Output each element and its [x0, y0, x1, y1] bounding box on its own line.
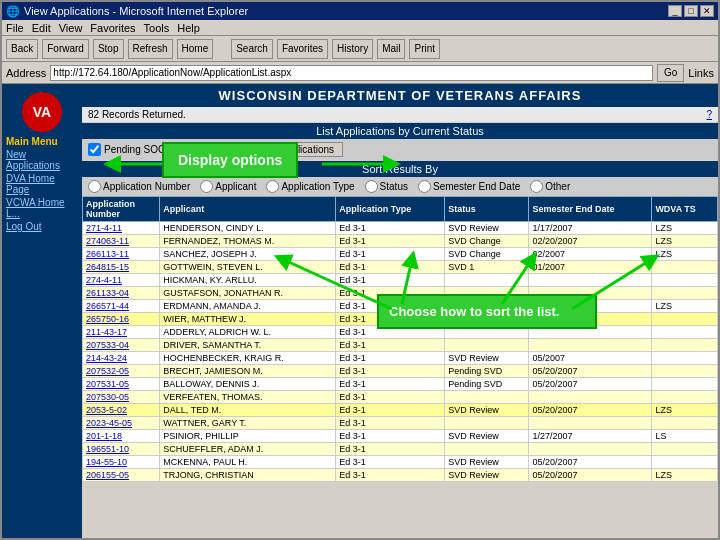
table-row: 271-4-11HENDERSON, CINDY L.Ed 3-1SVD Rev…	[83, 222, 718, 235]
menu-favorites[interactable]: Favorites	[90, 22, 135, 34]
app-number-link[interactable]: 194-55-10	[86, 457, 127, 467]
table-body: 271-4-11HENDERSON, CINDY L.Ed 3-1SVD Rev…	[83, 222, 718, 482]
sidebar: VA Main Menu New Applications DVA Home P…	[2, 84, 82, 538]
pending-soc-filter: Pending SOC	[88, 143, 165, 156]
app-number-link[interactable]: 274-4-11	[86, 275, 122, 285]
sort-app-number-radio[interactable]	[88, 180, 101, 193]
app-number-link[interactable]: 207533-04	[86, 340, 129, 350]
app-number-link[interactable]: 207530-05	[86, 392, 129, 402]
menu-help[interactable]: Help	[177, 22, 200, 34]
title-bar-left: 🌐 View Applications - Microsoft Internet…	[6, 5, 248, 18]
address-input[interactable]	[50, 65, 653, 81]
refresh-button[interactable]: Refresh	[128, 39, 173, 59]
table-row: 266571-44ERDMANN, AMANDA J.Ed 3-1LZS	[83, 300, 718, 313]
list-applications-button[interactable]: List Applications	[253, 142, 343, 157]
sort-other-label: Other	[545, 181, 570, 192]
page-header: WISCONSIN DEPARTMENT OF VETERANS AFFAIRS	[82, 84, 718, 107]
sort-other-radio[interactable]	[530, 180, 543, 193]
section-filter-title: List Applications by Current Status	[82, 123, 718, 139]
col-wdva: WDVA TS	[652, 197, 718, 222]
sidebar-logo: VA	[22, 92, 62, 132]
app-number-link[interactable]: 264815-15	[86, 262, 129, 272]
mail-button[interactable]: Mail	[377, 39, 405, 59]
app-number-link[interactable]: 206155-05	[86, 470, 129, 480]
back-button[interactable]: Back	[6, 39, 38, 59]
app-number-link[interactable]: 211-43-17	[86, 327, 127, 337]
table-row: 206155-05TRJONG, CHRISTIANEd 3-1SVD Revi…	[83, 469, 718, 482]
sort-app-number-label: Application Number	[103, 181, 190, 192]
table-row: 196551-10SCHUEFFLER, ADAM J.Ed 3-1	[83, 443, 718, 456]
sort-status-label: Status	[380, 181, 408, 192]
table-row: 207530-05VERFEATEN, THOMAS.Ed 3-1	[83, 391, 718, 404]
sort-semester-end: Semester End Date	[418, 180, 520, 193]
svo-review-checkbox[interactable]	[173, 143, 186, 156]
svo-review-filter: SVD Review	[173, 143, 245, 156]
app-number-link[interactable]: 196551-10	[86, 444, 129, 454]
app-number-link[interactable]: 261133-04	[86, 288, 129, 298]
table-row: 274-4-11HICKMAN, KY. ARLLU.Ed 3-1	[83, 274, 718, 287]
table-container: ApplicationNumber Applicant Application …	[82, 196, 718, 482]
page-content: VA Main Menu New Applications DVA Home P…	[2, 84, 718, 538]
app-number-link[interactable]: 207531-05	[86, 379, 129, 389]
sort-applicant-radio[interactable]	[200, 180, 213, 193]
table-row: 211-43-17ADDERLY, ALDRICH W. L.Ed 3-1	[83, 326, 718, 339]
favorites-button[interactable]: Favorites	[277, 39, 328, 59]
minimize-button[interactable]: _	[668, 5, 682, 17]
app-number-link[interactable]: 274063-11	[86, 236, 129, 246]
table-row: 274063-11FERNANDEZ, THOMAS M.Ed 3-1SVD C…	[83, 235, 718, 248]
sort-status-radio[interactable]	[365, 180, 378, 193]
sidebar-new-applications[interactable]: New Applications	[6, 149, 78, 171]
table-row: 266113-11SANCHEZ, JOSEPH J.Ed 3-1SVD Cha…	[83, 248, 718, 261]
toolbar: Back Forward Stop Refresh Home Search Fa…	[2, 36, 718, 62]
menu-view[interactable]: View	[59, 22, 83, 34]
app-number-link[interactable]: 271-4-11	[86, 223, 122, 233]
sort-app-type-label: Application Type	[281, 181, 354, 192]
sort-app-type-radio[interactable]	[266, 180, 279, 193]
table-row: 207532-05BRECHT, JAMIESON M.Ed 3-1Pendin…	[83, 365, 718, 378]
app-number-link[interactable]: 2023-45-05	[86, 418, 132, 428]
app-number-link[interactable]: 265750-16	[86, 314, 129, 324]
sidebar-dva-home[interactable]: DVA Home Page	[6, 173, 78, 195]
main-menu-label: Main Menu	[6, 136, 78, 147]
sidebar-vcwa-home[interactable]: VCWA Home L...	[6, 197, 78, 219]
go-button[interactable]: Go	[657, 64, 684, 82]
search-button[interactable]: Search	[231, 39, 273, 59]
maximize-button[interactable]: □	[684, 5, 698, 17]
app-number-link[interactable]: 207532-05	[86, 366, 129, 376]
sort-applicant-label: Applicant	[215, 181, 256, 192]
applications-table: ApplicationNumber Applicant Application …	[82, 196, 718, 482]
table-row: 207533-04DRIVER, SAMANTHA T.Ed 3-1	[83, 339, 718, 352]
window-controls[interactable]: _ □ ✕	[668, 5, 714, 17]
home-button[interactable]: Home	[177, 39, 214, 59]
app-number-link[interactable]: 266571-44	[86, 301, 129, 311]
print-button[interactable]: Print	[409, 39, 440, 59]
links-label: Links	[688, 67, 714, 79]
col-app-type: Application Type	[336, 197, 445, 222]
app-number-link[interactable]: 266113-11	[86, 249, 129, 259]
app-number-link[interactable]: 201-1-18	[86, 431, 122, 441]
browser-window: 🌐 View Applications - Microsoft Internet…	[0, 0, 720, 540]
sidebar-log-out[interactable]: Log Out	[6, 221, 78, 232]
app-number-link[interactable]: 214-43-24	[86, 353, 127, 363]
menu-edit[interactable]: Edit	[32, 22, 51, 34]
sort-semester-label: Semester End Date	[433, 181, 520, 192]
help-icon[interactable]: ?	[706, 109, 712, 120]
close-button[interactable]: ✕	[700, 5, 714, 17]
table-row: 2023-45-05WATTNER, GARY T.Ed 3-1	[83, 417, 718, 430]
history-button[interactable]: History	[332, 39, 373, 59]
app-number-link[interactable]: 2053-5-02	[86, 405, 127, 415]
svo-review-label: SVD Review	[189, 144, 245, 155]
pending-soc-checkbox[interactable]	[88, 143, 101, 156]
table-row: 201-1-18PSINIOR, PHILLIPEd 3-1SVD Review…	[83, 430, 718, 443]
table-row: 261133-04GUSTAFSON, JONATHAN R.Ed 3-1	[83, 287, 718, 300]
records-info: 82 Records Returned. ?	[82, 107, 718, 122]
forward-button[interactable]: Forward	[42, 39, 89, 59]
table-row: 265750-16WIER, MATTHEW J.Ed 3-1	[83, 313, 718, 326]
title-bar: 🌐 View Applications - Microsoft Internet…	[2, 2, 718, 20]
stop-button[interactable]: Stop	[93, 39, 124, 59]
sort-app-type: Application Type	[266, 180, 354, 193]
window-title: View Applications - Microsoft Internet E…	[24, 5, 248, 17]
menu-tools[interactable]: Tools	[144, 22, 170, 34]
sort-semester-radio[interactable]	[418, 180, 431, 193]
menu-file[interactable]: File	[6, 22, 24, 34]
